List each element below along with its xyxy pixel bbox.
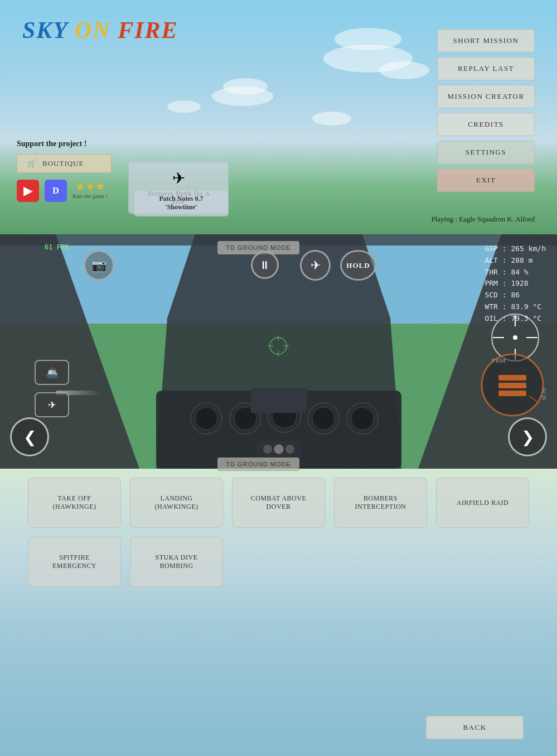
cart-icon: 🛒 — [27, 159, 37, 168]
exit-button[interactable]: Exit — [437, 168, 535, 192]
support-title: Support the project ! — [17, 139, 273, 148]
airfield-raid-button[interactable]: Airfield Raid — [436, 478, 529, 528]
bombers-button[interactable]: BombersInterception — [334, 478, 427, 528]
patch-notes-label: Patch Notes 0.7 'Showtime' — [143, 195, 219, 211]
svg-rect-15 — [251, 388, 307, 413]
stuka-button[interactable]: Stuka DiveBombing — [130, 537, 223, 587]
throttle-gauge — [479, 351, 546, 418]
svg-point-14 — [351, 407, 374, 430]
settings-button[interactable]: Settings — [437, 141, 535, 164]
plane-icon: ✈ — [48, 399, 56, 411]
prev-button[interactable]: ❮ — [10, 417, 49, 456]
next-icon: ❯ — [521, 428, 534, 446]
mission-creator-button[interactable]: Mission Creator — [437, 85, 535, 108]
thr-stat: THR : 84 % — [485, 267, 546, 278]
scd-stat: SCD : 86 — [485, 290, 546, 301]
svg-point-17 — [263, 445, 272, 454]
tank-mode-button[interactable]: 🚢 — [35, 360, 69, 385]
cloud-5 — [167, 100, 201, 113]
svg-point-19 — [285, 445, 294, 454]
cockpit-view — [0, 234, 557, 469]
svg-point-6 — [195, 407, 217, 430]
svg-rect-34 — [498, 391, 526, 396]
game-logo: SKY ON FIRE — [22, 17, 178, 44]
camera-icon: 📷 — [91, 258, 106, 273]
svg-point-12 — [312, 407, 335, 430]
rate-label: Rate the game ! — [72, 193, 108, 199]
plane-indicator-button[interactable]: ✈ — [300, 250, 331, 281]
svg-point-18 — [274, 445, 283, 454]
cloud-6 — [312, 112, 351, 126]
patch-notes-card[interactable]: Patch Notes 0.7 'Showtime' — [134, 190, 229, 216]
short-mission-button[interactable]: Short Mission — [437, 29, 535, 52]
prev-icon: ❮ — [23, 428, 36, 446]
main-menu: Short Mission Replay Last Mission Creato… — [437, 29, 535, 192]
cloud-7 — [379, 61, 429, 79]
tank-icon: 🚢 — [46, 367, 58, 379]
pause-button[interactable]: ⏸ — [251, 251, 279, 279]
missions-grid-row2: SpitfireEmergency Stuka DiveBombing — [28, 537, 529, 587]
pause-icon: ⏸ — [259, 259, 270, 272]
gsp-stat: GSP : 265 km/h — [485, 243, 546, 255]
discord-button[interactable]: D — [45, 180, 67, 202]
boutique-button[interactable]: 🛒 Boutique — [17, 154, 112, 173]
youtube-button[interactable]: ▶ — [17, 180, 39, 202]
boutique-label: Boutique — [42, 159, 84, 168]
back-button[interactable]: Back — [426, 716, 524, 739]
take-off-button[interactable]: Take Off(Hawkinge) — [28, 478, 121, 528]
spitfire-button[interactable]: SpitfireEmergency — [28, 537, 121, 587]
cloud-4 — [212, 86, 273, 106]
logo-on: ON — [67, 17, 118, 43]
alt-stat: ALT : 288 m — [485, 255, 546, 267]
ground-mode-bottom-button[interactable]: TO GROUND MODE — [217, 458, 299, 471]
plane-icon: ✈ — [140, 169, 217, 187]
missions-section: Take Off(Hawkinge) Landing(Hawkinge) Com… — [0, 478, 557, 596]
svg-point-30 — [513, 335, 517, 340]
logo-sky: SKY — [22, 17, 67, 43]
star-rating[interactable]: ★★★ Rate the game ! — [72, 180, 108, 199]
logo-fire: FIRE — [118, 17, 178, 43]
prm-stat: PRM : 1928 — [485, 278, 546, 290]
next-button[interactable]: ❯ — [508, 417, 547, 456]
prm-label: PRM — [492, 357, 506, 364]
hold-label: HOLD — [346, 261, 370, 270]
plane-mode-button[interactable]: ✈ — [35, 392, 69, 417]
missions-grid-row1: Take Off(Hawkinge) Landing(Hawkinge) Com… — [28, 478, 529, 528]
stars-display: ★★★ — [75, 180, 105, 193]
plane-indicator-icon: ✈ — [311, 258, 321, 273]
credits-button[interactable]: Credits — [437, 113, 535, 136]
combat-dover-button[interactable]: Combat AboveDover — [232, 478, 325, 528]
playing-label: Playing : Eagle Squadron K. Alford — [431, 215, 535, 223]
replay-last-button[interactable]: Replay Last — [437, 57, 535, 80]
scd-label: SCD — [541, 388, 548, 400]
hold-button[interactable]: HOLD — [340, 250, 376, 281]
playing-info: Playing : Eagle Squadron K. Alford — [431, 215, 535, 224]
svg-rect-32 — [498, 375, 526, 381]
wtr-stat: WTR : 83.9 °C — [485, 301, 546, 313]
camera-button[interactable]: 📷 — [84, 250, 114, 281]
landing-button[interactable]: Landing(Hawkinge) — [130, 478, 223, 528]
fps-counter: 61 FPS — [45, 243, 69, 251]
svg-rect-33 — [498, 383, 526, 388]
